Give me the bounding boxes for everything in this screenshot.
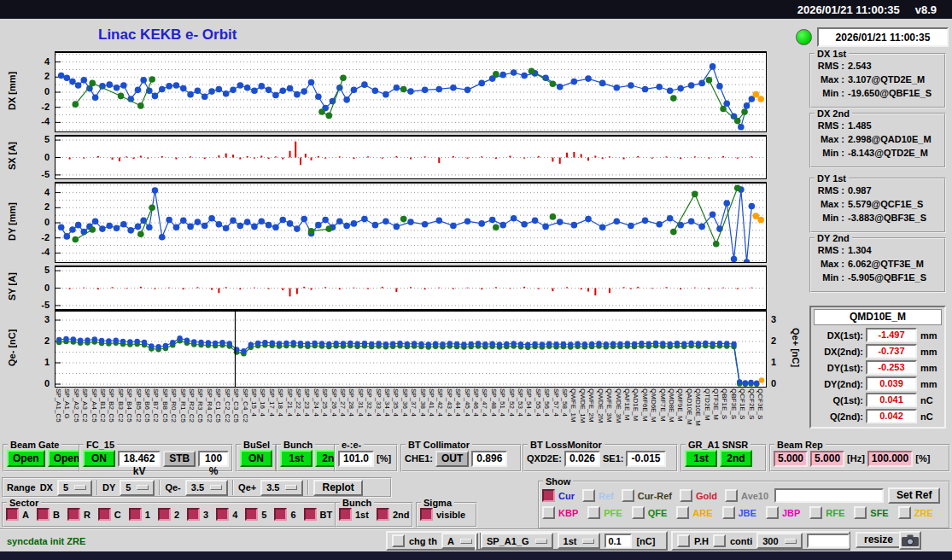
bpm-monitor-panel: QMD10E_M DX(1st):-1.497mmDX(2nd):-0.737m… xyxy=(809,306,946,429)
checkbox-box-icon[interactable] xyxy=(582,489,595,502)
checkbox-6[interactable]: 6 xyxy=(274,508,295,521)
checkbox-box-icon[interactable] xyxy=(304,508,317,521)
checkbox-box-icon[interactable] xyxy=(898,506,911,519)
checkbox-box-icon[interactable] xyxy=(676,506,689,519)
bunch-select-dropdown[interactable]: 1st xyxy=(558,533,601,549)
busel-on-button[interactable]: ON xyxy=(240,450,272,467)
checkbox-zre[interactable]: ZRE xyxy=(898,506,933,519)
checkbox-box-icon[interactable] xyxy=(377,508,389,521)
checkbox-box-icon[interactable] xyxy=(339,508,352,521)
titlebar-datetime: 2026/01/21 11:00:35 xyxy=(797,3,900,16)
checkbox-visible[interactable]: visible xyxy=(420,508,465,521)
checkbox-kbp[interactable]: KBP xyxy=(542,506,578,519)
extra-input[interactable] xyxy=(807,534,850,548)
checkbox-label: 1 xyxy=(145,510,150,520)
camera-button[interactable] xyxy=(899,531,921,550)
checkbox-box-icon[interactable] xyxy=(37,508,50,521)
checkbox-5[interactable]: 5 xyxy=(245,508,266,521)
set-ref-button[interactable]: Set Ref xyxy=(888,487,940,504)
checkbox-r[interactable]: R xyxy=(67,508,91,521)
checkbox-1st[interactable]: 1st xyxy=(339,508,369,521)
checkbox-box-icon[interactable] xyxy=(6,508,19,521)
bpm-name-axis: SP_A1_C5SP_A1_GSP_A2_C5SP_A3_C2SP_A4_C5S… xyxy=(55,387,767,438)
checkbox-bt[interactable]: BT xyxy=(304,508,333,521)
checkbox-box-icon[interactable] xyxy=(680,489,692,502)
checkbox-2[interactable]: 2 xyxy=(158,508,179,521)
checkbox-qfe[interactable]: QFE xyxy=(632,506,668,519)
points-dropdown[interactable]: 300 xyxy=(756,533,802,549)
checkbox-box-icon[interactable] xyxy=(632,506,645,519)
stat-row: RMS :1.485 xyxy=(814,119,942,132)
checkbox-a[interactable]: A xyxy=(6,508,29,521)
checkbox-c[interactable]: C xyxy=(98,508,121,521)
points-value: 300 xyxy=(762,536,778,546)
bpm-label: QAD10E_M xyxy=(686,388,692,425)
bpm-label: SP_B6_C5 xyxy=(143,388,150,423)
checkbox-1[interactable]: 1 xyxy=(129,508,150,521)
checkbox-sfe[interactable]: SFE xyxy=(854,506,888,519)
bunch-select-value: 1st xyxy=(564,536,577,546)
checkbox-box-icon[interactable] xyxy=(542,489,555,502)
range-dx-dropdown[interactable]: 5 xyxy=(57,480,92,496)
checkbox-ave10[interactable]: Ave10 xyxy=(725,489,768,502)
range-dy-dropdown[interactable]: 5 xyxy=(120,480,155,496)
checkbox-gold[interactable]: Gold xyxy=(680,489,717,502)
checkbox-box-icon[interactable] xyxy=(245,508,258,521)
checkbox-box-icon[interactable] xyxy=(274,508,287,521)
che1-state-button[interactable]: OUT xyxy=(435,451,469,467)
checkbox-box-icon[interactable] xyxy=(158,508,171,521)
range-qem-dropdown[interactable]: 3.5 xyxy=(185,480,228,496)
gr-snsr-1st-button[interactable]: 1st xyxy=(685,450,717,467)
checkbox-pfe[interactable]: PFE xyxy=(587,506,622,519)
ref-name-input[interactable] xyxy=(774,488,884,503)
checkbox-cur[interactable]: Cur xyxy=(542,489,575,502)
checkbox-box-icon[interactable] xyxy=(542,506,555,519)
checkbox-2nd[interactable]: 2nd xyxy=(377,508,410,521)
checkbox-box-icon[interactable] xyxy=(854,506,867,519)
bpm-label: QTF3E_M xyxy=(712,388,719,420)
checkbox-box-icon[interactable] xyxy=(725,489,738,502)
checkbox-box-icon[interactable] xyxy=(216,508,229,521)
th-channel-dropdown[interactable]: A xyxy=(441,533,478,549)
checkbox-b[interactable]: B xyxy=(37,508,60,521)
y-tick-label: 1 xyxy=(20,357,50,367)
checkbox-box-icon[interactable] xyxy=(420,508,433,521)
checkbox-box-icon[interactable] xyxy=(67,508,80,521)
bunch-1st-button[interactable]: 1st xyxy=(280,450,312,467)
fc15-on-button[interactable]: ON xyxy=(83,450,115,467)
checkbox-box-icon[interactable] xyxy=(129,508,142,521)
replot-button[interactable]: Replot xyxy=(313,480,362,496)
conti-checkbox[interactable] xyxy=(713,534,726,547)
checkbox-box-icon[interactable] xyxy=(766,506,779,519)
resize-button[interactable]: resize xyxy=(856,532,902,548)
ph-checkbox[interactable] xyxy=(677,534,690,547)
threshold-input[interactable] xyxy=(604,534,632,548)
status-bar: syncdata init ZRE chg th A SP_A1_G 1st [… xyxy=(0,528,952,553)
checkbox-are[interactable]: ARE xyxy=(676,506,712,519)
bpm-label: SP_31_4 xyxy=(357,388,364,417)
checkbox-box-icon[interactable] xyxy=(587,506,600,519)
checkbox-jbe[interactable]: JBE xyxy=(722,506,756,519)
checkbox-3[interactable]: 3 xyxy=(187,508,208,521)
fc15-stb-button[interactable]: STB xyxy=(163,451,196,467)
checkbox-cur-ref[interactable]: Cur-Ref xyxy=(622,489,672,502)
bpm-label: SP_27_4 xyxy=(339,388,346,417)
bpm-label: SP_B2_C5 xyxy=(108,388,114,423)
checkbox-ref[interactable]: Ref xyxy=(582,489,614,502)
gr-snsr-2nd-button[interactable]: 2nd xyxy=(720,450,752,467)
checkbox-box-icon[interactable] xyxy=(809,506,822,519)
beam-gate-open-1-button[interactable]: Open xyxy=(7,450,45,467)
bpm-label: SP_45_4 xyxy=(464,388,470,417)
checkbox-box-icon[interactable] xyxy=(622,489,634,502)
bpm-label: QCF1E_S xyxy=(739,388,745,419)
checkbox-box-icon[interactable] xyxy=(722,506,735,519)
checkbox-4[interactable]: 4 xyxy=(216,508,237,521)
range-qep-dropdown[interactable]: 3.5 xyxy=(260,480,303,496)
checkbox-box-icon[interactable] xyxy=(98,508,111,521)
checkbox-rfe[interactable]: RFE xyxy=(809,506,844,519)
sp-select-dropdown[interactable]: SP_A1_G xyxy=(481,533,553,549)
stat-box-title: DY 1st xyxy=(815,173,849,184)
chg-th-checkbox[interactable] xyxy=(392,534,405,547)
checkbox-box-icon[interactable] xyxy=(187,508,200,521)
checkbox-jbp[interactable]: JBP xyxy=(766,506,800,519)
